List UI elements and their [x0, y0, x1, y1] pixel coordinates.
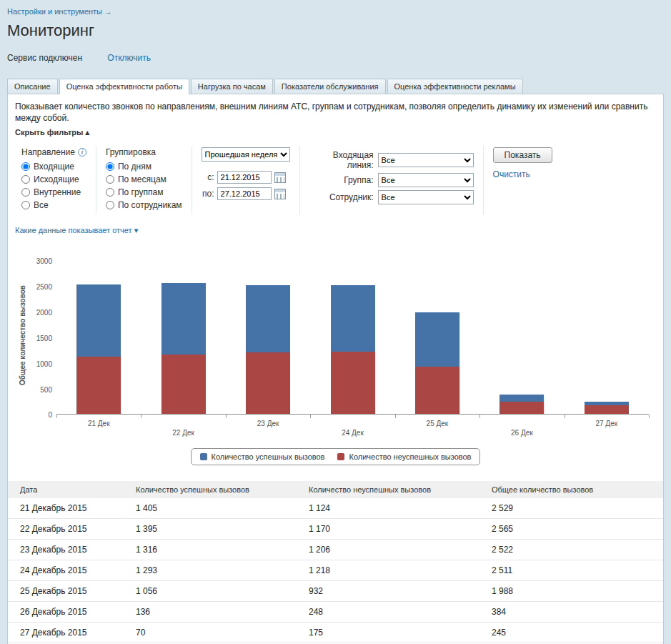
bar-unsuccessful[interactable] [161, 355, 206, 415]
calendar-icon[interactable] [274, 172, 286, 183]
table-cell: 21 Декабрь 2015 [8, 498, 124, 519]
filter-actions: Показать Очистить [483, 146, 562, 214]
radio-input[interactable] [21, 201, 30, 209]
select-row: Входящая линия:Все [309, 150, 474, 170]
legend-item[interactable]: Количество успешных вызовов [200, 452, 325, 461]
table-cell: 1 395 [124, 519, 297, 540]
period-preset-select[interactable]: Прошедшая неделя [202, 147, 290, 162]
radio-option-direction[interactable]: Все [21, 200, 86, 210]
table-cell: 26 Декабрь 2015 [8, 602, 124, 623]
radio-option-label: Все [34, 200, 49, 210]
radio-input[interactable] [21, 162, 30, 171]
x-axis-tick [479, 415, 480, 418]
bar-successful[interactable] [415, 312, 459, 367]
direction-radios: ВходящиеИсходящиеВнутренниеВсе [21, 162, 86, 210]
y-tick-label: 500 [21, 386, 52, 394]
table-header-cell: Количество неуспешных вызовов [297, 481, 479, 498]
select-label: Группа: [309, 175, 378, 185]
radio-option-label: По группам [118, 187, 163, 197]
table-cell: 1 124 [297, 498, 479, 519]
x-axis-tick [649, 415, 650, 418]
disconnect-link[interactable]: Отключить [107, 53, 151, 63]
chart-legend: Количество успешных вызововКоличество не… [191, 448, 481, 465]
y-tick-label: 1000 [21, 360, 52, 368]
filter-select-1[interactable]: Все [378, 153, 474, 167]
direction-label: Направление [21, 147, 75, 157]
calendar-icon[interactable] [274, 189, 286, 199]
bar-successful[interactable] [331, 285, 375, 352]
radio-option-label: По дням [118, 162, 151, 172]
bar-successful[interactable] [161, 283, 206, 355]
y-tick-label: 2500 [21, 283, 52, 291]
x-axis-tick [226, 415, 227, 418]
radio-option-direction[interactable]: Входящие [21, 162, 86, 172]
show-button[interactable]: Показать [493, 147, 552, 163]
legend-row: Количество успешных вызововКоличество не… [8, 448, 663, 465]
radio-option-direction[interactable]: Внутренние [21, 187, 86, 197]
page: Настройки и инструменты → Мониторинг Сер… [0, 0, 671, 644]
bar-successful[interactable] [499, 395, 544, 402]
radio-input[interactable] [106, 175, 114, 184]
filter-select-2[interactable]: Все [378, 173, 474, 187]
info-icon[interactable] [78, 148, 86, 157]
tab-3[interactable]: Нагрузка по часам [191, 79, 273, 94]
hide-filters-toggle[interactable]: Скрыть фильтры ▴ [8, 125, 96, 140]
radio-input[interactable] [21, 175, 30, 184]
radio-option-grouping[interactable]: По группам [106, 187, 182, 197]
x-axis-tick [310, 415, 311, 418]
table-cell: 1 988 [479, 581, 663, 602]
table-body: 21 Декабрь 20151 4051 1242 52922 Декабрь… [8, 498, 663, 643]
x-axis-label: 26 Дек [479, 429, 564, 437]
date-from-input[interactable] [217, 171, 272, 184]
x-axis-label: 24 Дек [310, 429, 394, 437]
bar-unsuccessful[interactable] [246, 352, 290, 414]
radio-option-direction[interactable]: Исходящие [21, 174, 86, 184]
x-axis-label: 21 Дек [56, 420, 141, 427]
legend-item[interactable]: Количество неуспешных вызовов [337, 452, 471, 461]
report-info-link[interactable]: Какие данные показывает отчет ▾ [8, 216, 145, 235]
chart-plot-area: 21 Дек22 Дек23 Дек24 Дек25 Дек26 Дек27 Д… [56, 261, 649, 415]
radio-input[interactable] [106, 188, 114, 197]
grouping-radios: По днямПо месяцамПо группамПо сотрудника… [106, 162, 182, 210]
bar-unsuccessful[interactable] [331, 352, 375, 414]
table-header-cell: Количество успешных вызовов [124, 481, 297, 498]
x-axis-tick [56, 415, 57, 418]
bar-unsuccessful[interactable] [415, 367, 459, 415]
tab-5[interactable]: Оценка эффективности рекламы [387, 79, 523, 94]
table-row: 23 Декабрь 20151 3161 2062 522 [8, 540, 663, 560]
bar-successful[interactable] [585, 402, 629, 405]
table-cell: 384 [479, 602, 663, 623]
radio-option-grouping[interactable]: По сотрудникам [106, 200, 182, 210]
grouping-label: Группировка [106, 147, 156, 157]
radio-input[interactable] [106, 162, 114, 171]
legend-label: Количество успешных вызовов [212, 452, 325, 461]
radio-option-grouping[interactable]: По дням [106, 162, 182, 172]
main-panel: Показывает количество звонков по направл… [7, 94, 664, 644]
breadcrumb[interactable]: Настройки и инструменты → [7, 7, 664, 16]
table-cell: 248 [297, 602, 479, 623]
tab-2[interactable]: Оценка эффективности работы [59, 79, 189, 94]
filters-block: Направление ВходящиеИсходящиеВнутренниеВ… [8, 146, 663, 214]
select-row: Сотрудник:Все [309, 190, 474, 204]
y-tick-label: 0 [21, 411, 52, 419]
bar-successful[interactable] [76, 284, 121, 357]
bar-unsuccessful[interactable] [499, 402, 544, 415]
radio-option-grouping[interactable]: По месяцам [106, 174, 182, 184]
grouping-filter: Группировка По днямПо месяцамПо группамП… [96, 146, 192, 214]
table-cell: 1 405 [124, 498, 297, 519]
tab-1[interactable]: Описание [7, 79, 58, 94]
bar-successful[interactable] [246, 285, 290, 352]
clear-link[interactable]: Очистить [493, 169, 530, 179]
bar-unsuccessful[interactable] [76, 357, 121, 415]
filter-select-3[interactable]: Все [378, 190, 474, 204]
report-description: Показывает количество звонков по направл… [8, 94, 663, 125]
page-title: Мониторинг [7, 21, 664, 40]
tab-4[interactable]: Показатели обслуживания [274, 79, 386, 94]
date-to-label: по: [202, 189, 214, 199]
radio-input[interactable] [106, 201, 114, 209]
bar-unsuccessful[interactable] [585, 405, 629, 415]
table-cell: 1 206 [297, 540, 479, 560]
radio-input[interactable] [21, 188, 30, 197]
table-cell: 24 Декабрь 2015 [8, 560, 124, 581]
date-to-input[interactable] [217, 187, 272, 200]
